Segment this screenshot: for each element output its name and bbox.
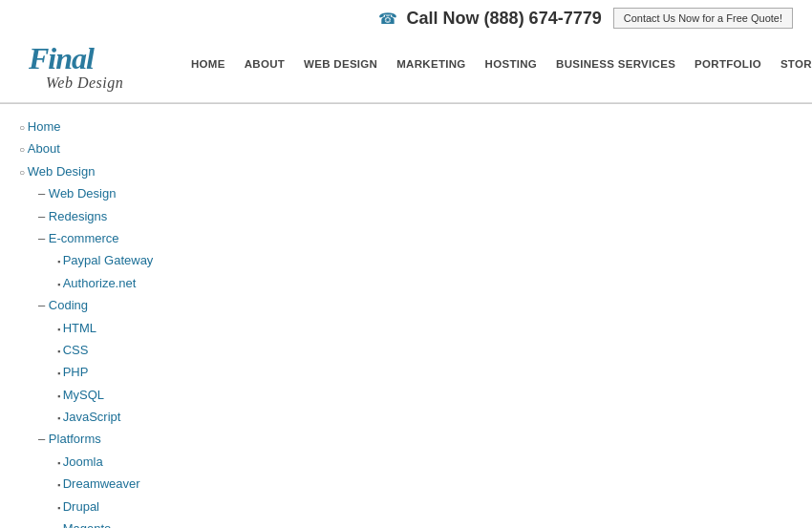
list-item: HTML (57, 317, 793, 339)
menu-link-ecommerce[interactable]: E-commerce (49, 231, 119, 245)
list-item: CSS (57, 339, 793, 361)
menu-link-coding[interactable]: Coding (49, 298, 88, 312)
menu-link-platforms[interactable]: Platforms (49, 432, 101, 446)
nav-item-portfolio[interactable]: PORTFOLIO (685, 53, 771, 75)
list-item: Paypal Gateway (57, 249, 793, 271)
list-item: Web Design (38, 182, 793, 204)
header-top: ☎ Call Now (888) 674-7779 Contact Us Now… (0, 0, 812, 32)
list-item: Drupal (57, 496, 793, 517)
svg-text:Final: Final (28, 41, 95, 75)
nav-item-marketing[interactable]: MARKETING (387, 53, 475, 75)
menu-link-paypal[interactable]: Paypal Gateway (63, 253, 154, 267)
list-item: Web Design Web Design Redesigns E-commer… (19, 160, 793, 528)
list-item: PHP (57, 361, 793, 383)
list-item: Redesigns (38, 205, 793, 227)
list-item: Joomla (57, 451, 793, 473)
list-item: Authorize.net (57, 272, 793, 294)
list-item: About (19, 137, 793, 159)
menu-link-joomla[interactable]: Joomla (63, 454, 103, 469)
menu-link-webdesign[interactable]: Web Design (28, 164, 96, 179)
list-item: Home (19, 116, 793, 137)
sidebar-menu: Home About Web Design Web Design Redesig… (0, 104, 812, 528)
cta-button[interactable]: Contact Us Now for a Free Quote! (613, 8, 793, 29)
list-item: Magento (57, 517, 793, 528)
menu-link-magento[interactable]: Magento (63, 521, 112, 528)
main-nav: HOME ABOUT WEB DESIGN MARKETING HOSTING … (182, 53, 812, 75)
nav-item-business[interactable]: BUSINESS SERVICES (546, 53, 685, 75)
nav-item-hosting[interactable]: HOSTING (476, 53, 547, 75)
menu-link-dreamweaver[interactable]: Dreamweaver (63, 476, 140, 491)
menu-link-about[interactable]: About (28, 141, 60, 156)
menu-link-webdesign-sub[interactable]: Web Design (49, 186, 117, 201)
phone-area: ☎ Call Now (888) 674-7779 (378, 9, 602, 29)
logo: Final Web Design (19, 32, 172, 95)
list-item: Platforms Joomla Dreamweaver Drupal Mage… (38, 428, 793, 528)
header-main: Final Web Design HOME ABOUT WEB DESIGN M… (0, 32, 812, 103)
nav-item-about[interactable]: ABOUT (235, 53, 294, 75)
list-item: Coding HTML CSS PHP MySQL JavaScript (38, 294, 793, 428)
menu-link-drupal[interactable]: Drupal (63, 499, 99, 514)
phone-icon: ☎ (378, 10, 397, 28)
menu-link-home[interactable]: Home (28, 119, 61, 134)
menu-link-html[interactable]: HTML (63, 321, 96, 335)
menu-link-authorize[interactable]: Authorize.net (63, 276, 137, 290)
nav-item-home[interactable]: HOME (182, 53, 235, 75)
menu-link-javascript[interactable]: JavaScript (63, 410, 121, 424)
list-item: MySQL (57, 384, 793, 406)
list-item: E-commerce Paypal Gateway Authorize.net (38, 227, 793, 294)
menu-link-redesigns[interactable]: Redesigns (49, 209, 107, 223)
menu-link-css[interactable]: CSS (63, 343, 89, 357)
menu-link-php[interactable]: PHP (63, 365, 89, 379)
list-item: Dreamweaver (57, 473, 793, 495)
list-item: JavaScript (57, 406, 793, 428)
nav-item-webdesign[interactable]: WEB DESIGN (294, 53, 387, 75)
phone-number: Call Now (888) 674-7779 (407, 9, 602, 29)
menu-link-mysql[interactable]: MySQL (63, 388, 104, 402)
svg-text:Web Design: Web Design (46, 74, 123, 92)
nav-item-store[interactable]: STORE (771, 53, 812, 75)
